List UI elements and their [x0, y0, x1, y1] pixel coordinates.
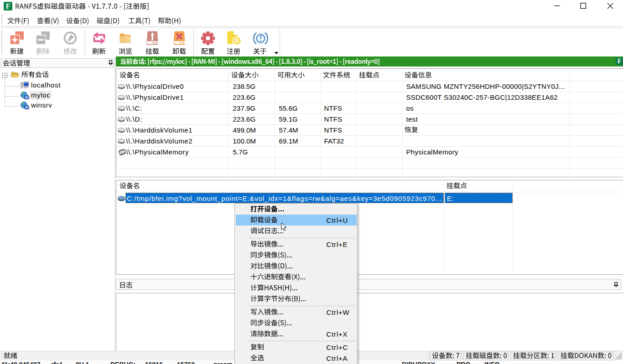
svg-text:R: R	[234, 37, 239, 45]
